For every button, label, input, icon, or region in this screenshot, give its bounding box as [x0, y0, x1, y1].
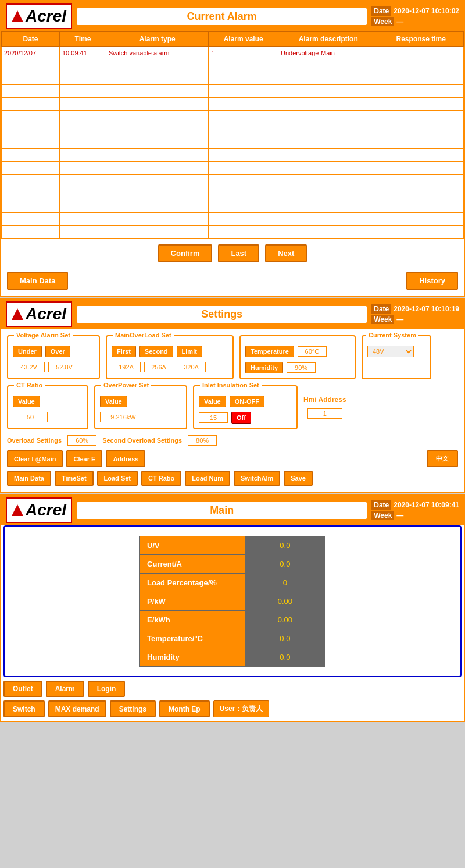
ct-value-button[interactable]: Value [13, 396, 40, 407]
temp-value-input[interactable] [298, 346, 327, 357]
alarm-cell-13-2 [106, 213, 209, 226]
date-value: 2020-12-07 10:10:02 [394, 7, 459, 15]
last-button[interactable]: Last [218, 244, 259, 262]
settings-footer-row1: Clear I @Main Clear E Address 中文 [7, 450, 458, 467]
ct-ratio-title: CT Ratio [14, 382, 45, 389]
alarm-cell-1-5 [378, 59, 464, 72]
ct-value-input[interactable] [13, 412, 48, 422]
col-response-time: Response time [378, 32, 464, 47]
settings-logo: Acrel [6, 301, 72, 327]
alarm-cell-9-0 [2, 162, 60, 175]
inlet-value-input[interactable] [199, 412, 228, 423]
alarm-button[interactable]: Alarm [46, 681, 84, 697]
settings-button[interactable]: Settings [110, 700, 156, 717]
user-info: User：负责人 [213, 700, 270, 717]
first-button[interactable]: First [112, 346, 136, 357]
ct-ratio-group: CT Ratio Value [7, 385, 88, 429]
second-button[interactable]: Second [140, 346, 173, 357]
clear-e-button[interactable]: Clear E [66, 450, 102, 467]
under-button[interactable]: Under [13, 346, 42, 357]
next-button[interactable]: Next [265, 244, 307, 262]
second-overload-value[interactable] [188, 435, 217, 446]
login-button[interactable]: Login [88, 681, 126, 697]
alarm-cell-5-3 [209, 111, 278, 123]
ct-ratio-value-row [13, 412, 83, 422]
alarm-cell-10-5 [378, 175, 464, 187]
over-button[interactable]: Over [45, 346, 70, 357]
alarm-header: Acrel Current Alarm Date 2020-12-07 10:1… [1, 1, 464, 31]
load-num-button[interactable]: Load Num [185, 471, 230, 486]
main-overload-title: MainOverLoad Set [113, 332, 174, 339]
main-data-button-2[interactable]: Main Data [7, 471, 51, 486]
second-value-input[interactable] [144, 362, 173, 372]
main-data-row-4: E/kWh0.00 [140, 611, 326, 629]
limit-value-input[interactable] [177, 362, 206, 372]
col-time: Time [60, 32, 106, 47]
alarm-cell-0-2: Switch variable alarm [106, 47, 209, 59]
first-value-input[interactable] [112, 362, 141, 372]
temp-humidity-group: Temperature Humidity [239, 335, 356, 379]
alarm-buttons: Confirm Last Next [1, 239, 464, 268]
save-button[interactable]: Save [284, 471, 313, 486]
hmi-address-title: Hmi Address [303, 396, 346, 404]
load-set-button[interactable]: Load Set [97, 471, 138, 486]
switch-button[interactable]: Switch [3, 700, 45, 717]
overpower-value-input[interactable] [100, 412, 146, 422]
user-label: User： [220, 705, 242, 713]
humidity-button[interactable]: Humidity [245, 362, 283, 373]
clear-i-main-button[interactable]: Clear I @Main [7, 450, 63, 467]
main-header: Acrel Main Date 2020-12-07 10:09:41 Week… [1, 495, 464, 525]
main-data-row-6: Humidity0.0 [140, 648, 326, 667]
outlet-button[interactable]: Outlet [3, 681, 42, 697]
main-footer-row1: Outlet Alarm Login [3, 681, 462, 697]
settings-week-value: — [396, 315, 403, 323]
settings-panel: Acrel Settings Date 2020-12-07 10:10:19 … [0, 298, 465, 493]
hmi-address-input[interactable] [307, 408, 342, 419]
alarm-cell-14-2 [106, 226, 209, 239]
alarm-cell-0-4: Undervoltage-Main [278, 47, 378, 59]
main-logo-icon [12, 504, 23, 516]
history-button[interactable]: History [406, 272, 458, 290]
overload-settings-value[interactable] [67, 435, 96, 446]
alarm-cell-2-0 [2, 72, 60, 85]
inlet-onoff-button[interactable]: ON-OFF [230, 396, 264, 407]
month-ep-button[interactable]: Month Ep [159, 700, 210, 717]
main-logo: Acrel [6, 497, 72, 523]
main-title: Main [77, 502, 367, 519]
main-footer: Outlet Alarm Login Switch MAX demand Set… [1, 677, 464, 721]
alarm-cell-6-4 [278, 123, 378, 136]
main-panel: Acrel Main Date 2020-12-07 10:09:41 Week… [0, 494, 465, 722]
inlet-onoff-status[interactable]: Off [231, 412, 251, 424]
address-button[interactable]: Address [106, 450, 145, 467]
temperature-button[interactable]: Temperature [245, 346, 294, 357]
overpower-value-button[interactable]: Value [100, 396, 127, 407]
main-footer-row2: Switch MAX demand Settings Month Ep User… [3, 700, 462, 717]
inlet-value-button[interactable]: Value [199, 396, 226, 407]
alarm-datetime: Date 2020-12-07 10:10:02 Week — [371, 6, 459, 26]
alarm-cell-4-5 [378, 98, 464, 111]
temp-row: Temperature [245, 346, 350, 357]
main-data-button-1[interactable]: Main Data [7, 272, 68, 290]
confirm-button[interactable]: Confirm [158, 244, 213, 262]
limit-button[interactable]: Limit [177, 346, 202, 357]
alarm-cell-8-0 [2, 149, 60, 162]
switch-alm-button[interactable]: SwitchAlm [234, 471, 280, 486]
alarm-cell-10-1 [60, 175, 106, 187]
main-week-label: Week [371, 511, 394, 520]
current-system-select[interactable]: 48V 24V 12V [367, 346, 414, 357]
alarm-cell-1-4 [278, 59, 378, 72]
max-demand-button[interactable]: MAX demand [48, 700, 106, 717]
alarm-cell-3-1 [60, 85, 106, 98]
over-value-input[interactable] [48, 362, 80, 372]
alarm-cell-1-3 [209, 59, 278, 72]
alarm-cell-3-2 [106, 85, 209, 98]
timeset-button[interactable]: TimeSet [55, 471, 94, 486]
under-value-input[interactable] [13, 362, 45, 372]
chinese-button[interactable]: 中文 [427, 450, 458, 467]
ct-ratio-button[interactable]: CT Ratio [141, 471, 181, 486]
alarm-cell-7-5 [378, 136, 464, 149]
humidity-value-input[interactable] [287, 362, 316, 373]
alarm-cell-12-0 [2, 200, 60, 213]
alarm-cell-4-3 [209, 98, 278, 111]
main-data-label-1: Current/A [140, 555, 245, 574]
